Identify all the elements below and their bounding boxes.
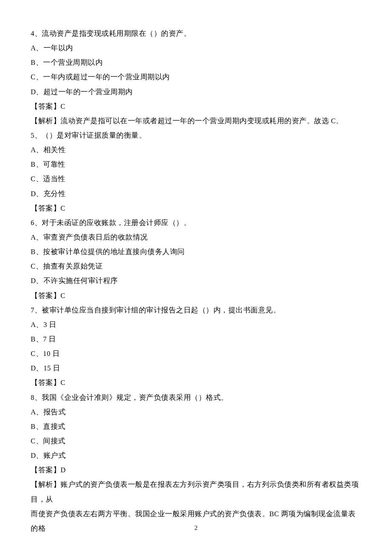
- q4-analysis: 【解析】流动资产是指可以在一年或者超过一年的一个营业周期内变现或耗用的资产。故选…: [31, 114, 361, 128]
- q7-answer: 【答案】C: [31, 376, 361, 390]
- q5-option-c: C、适当性: [31, 172, 361, 186]
- q5-stem: 5、（）是对审计证据质量的衡量。: [31, 128, 361, 143]
- q6-stem: 6、对于未函证的应收账款，注册会计师应（）。: [31, 216, 361, 230]
- q4-option-a: A、一年以内: [31, 41, 361, 55]
- q5-option-a: A、相关性: [31, 143, 361, 157]
- q8-analysis-line1: 【解析】账户式的资产负债表一般是在报表左方列示资产类项目，右方列示负债类和所有者…: [31, 477, 361, 506]
- q5-answer: 【答案】C: [31, 201, 361, 216]
- q4-answer: 【答案】C: [31, 99, 361, 114]
- q4-stem: 4、流动资产是指变现或耗用期限在（）的资产。: [31, 26, 361, 41]
- document-page: 4、流动资产是指变现或耗用期限在（）的资产。 A、一年以内 B、一个营业周期以内…: [0, 0, 392, 555]
- q6-option-a: A、审查资产负债表日后的收款情况: [31, 230, 361, 245]
- q5-option-b: B、可靠性: [31, 157, 361, 172]
- q7-option-a: A、3 日: [31, 318, 361, 332]
- q8-option-b: B、直接式: [31, 419, 361, 434]
- q4-option-b: B、一个营业周期以内: [31, 55, 361, 70]
- q8-option-a: A、报告式: [31, 405, 361, 419]
- q8-answer: 【答案】D: [31, 463, 361, 477]
- page-number: 2: [0, 521, 392, 535]
- q8-stem: 8、我国《企业会计准则》规定，资产负债表采用（）格式。: [31, 390, 361, 405]
- q7-option-b: B、7 日: [31, 332, 361, 347]
- q8-option-c: C、间接式: [31, 434, 361, 448]
- q5-option-d: D、充分性: [31, 187, 361, 201]
- q6-option-d: D、不许实施任何审计程序: [31, 274, 361, 288]
- q8-option-d: D、账户式: [31, 448, 361, 463]
- q4-option-d: D、超过一年的一个营业周期内: [31, 85, 361, 99]
- q6-answer: 【答案】C: [31, 289, 361, 303]
- q6-option-b: B、按被审计单位提供的地址直接向债务人询问: [31, 245, 361, 259]
- q6-option-c: C、抽查有关原始凭证: [31, 259, 361, 274]
- q7-option-d: D、15 日: [31, 361, 361, 376]
- q7-stem: 7、被审计单位应当自接到审计组的审计报告之日起（）内，提出书面意见。: [31, 303, 361, 318]
- q7-option-c: C、10 日: [31, 347, 361, 361]
- q4-option-c: C、一年内或超过一年的一个营业周期以内: [31, 70, 361, 84]
